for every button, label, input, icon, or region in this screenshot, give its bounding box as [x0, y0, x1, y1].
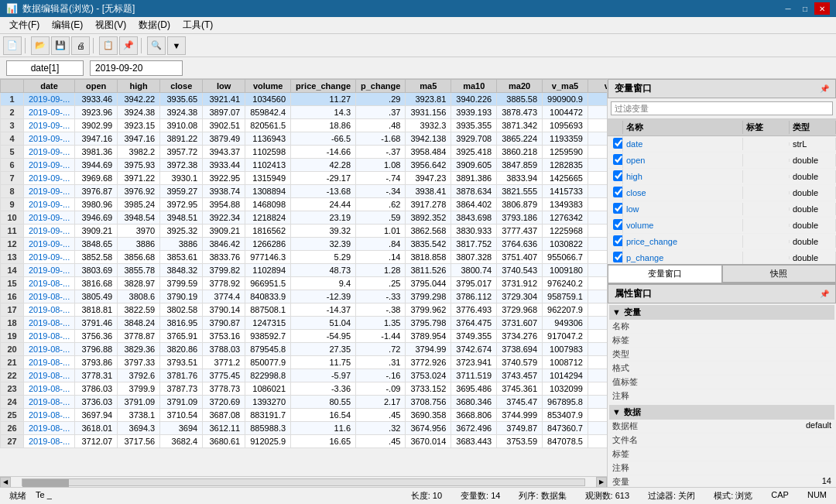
variable-checkbox[interactable]: [613, 170, 623, 181]
table-row[interactable]: 202019-08-...3796.883829.363820.863788.0…: [1, 343, 608, 356]
cell-date[interactable]: 2019-08-...: [24, 290, 75, 303]
table-row[interactable]: 252019-08-...3697.943738.13710.543687.08…: [1, 409, 608, 422]
menu-data[interactable]: 数据(D): [132, 17, 176, 33]
table-row[interactable]: 182019-08-...3791.463848.243816.953790.8…: [1, 317, 608, 330]
col-vma5[interactable]: v_ma5: [543, 80, 588, 93]
menu-file[interactable]: 文件(F): [3, 17, 46, 33]
variable-row[interactable]: price_changedouble: [608, 234, 836, 250]
table-row[interactable]: 192019-08-...3756.363778.873765.913753.1…: [1, 330, 608, 343]
variable-checkbox[interactable]: [613, 219, 623, 230]
attribute-window-pin[interactable]: 📌: [820, 290, 829, 298]
paste-button[interactable]: 📌: [119, 36, 138, 55]
col-volume[interactable]: volume: [245, 80, 291, 93]
cell-date[interactable]: 2019-08-...: [24, 343, 75, 356]
filter-button[interactable]: ▼: [167, 36, 186, 55]
variable-row[interactable]: highdouble: [608, 169, 836, 185]
table-row[interactable]: 262019-08-...3618.013694.336943612.11885…: [1, 422, 608, 435]
cell-date[interactable]: 2019-08-...: [24, 356, 75, 369]
table-row[interactable]: 272019-08-...3712.073717.563682.43680.61…: [1, 435, 608, 448]
print-button[interactable]: 🖨: [71, 36, 90, 55]
scroll-right[interactable]: ▶: [596, 477, 607, 488]
variable-checkbox[interactable]: [613, 187, 623, 197]
col-high[interactable]: high: [118, 80, 160, 93]
cell-date[interactable]: 2019-09-...: [24, 146, 75, 159]
table-row[interactable]: 232019-08-...3786.033799.93787.733778.73…: [1, 382, 608, 396]
cell-date[interactable]: 2019-08-...: [24, 382, 75, 396]
col-low[interactable]: low: [203, 80, 245, 93]
col-close[interactable]: close: [160, 80, 203, 93]
new-button[interactable]: 📄: [3, 36, 22, 55]
variable-name[interactable]: low: [623, 203, 743, 215]
cell-date[interactable]: 2019-08-...: [24, 330, 75, 343]
variable-checkbox[interactable]: [613, 252, 623, 262]
cell-date[interactable]: 2019-08-...: [24, 277, 75, 290]
scroll-track[interactable]: [22, 478, 585, 486]
tab-snapshot[interactable]: 快照: [722, 265, 837, 283]
col-v[interactable]: v_: [588, 80, 607, 93]
variable-name[interactable]: date: [623, 138, 743, 150]
table-row[interactable]: 42019-09-...3947.163947.163891.223879.49…: [1, 132, 608, 146]
col-p-change[interactable]: p_change: [356, 80, 406, 93]
table-row[interactable]: 22019-09-...3923.963924.383924.383897.07…: [1, 106, 608, 119]
col-ma5[interactable]: ma5: [406, 80, 451, 93]
cell-date[interactable]: 2019-09-...: [24, 106, 75, 119]
table-row[interactable]: 52019-09-...3981.363982.23957.723943.371…: [1, 146, 608, 159]
attr-section-data-header[interactable]: ▼ 数据: [609, 405, 834, 420]
cell-date[interactable]: 2019-09-...: [24, 211, 75, 225]
horizontal-scrollbar[interactable]: ◀ ▶: [0, 476, 607, 487]
cell-date[interactable]: 2019-09-...: [24, 264, 75, 277]
variable-checkbox[interactable]: [613, 138, 623, 149]
table-row[interactable]: 212019-08-...3793.863797.333793.513771.2…: [1, 356, 608, 369]
variable-filter-input[interactable]: [611, 101, 833, 115]
menu-tools[interactable]: 工具(T): [176, 17, 219, 33]
cell-date[interactable]: 2019-09-...: [24, 159, 75, 172]
cell-date[interactable]: 2019-08-...: [24, 435, 75, 448]
table-row[interactable]: 32019-09-...3902.993923.153910.083902.51…: [1, 119, 608, 132]
minimize-button[interactable]: ─: [780, 2, 796, 15]
table-row[interactable]: 92019-09-...3980.963985.243972.953954.88…: [1, 198, 608, 211]
cell-date[interactable]: 2019-08-...: [24, 422, 75, 435]
cell-date[interactable]: 2019-09-...: [24, 238, 75, 251]
variable-name[interactable]: high: [623, 170, 743, 183]
table-row[interactable]: 62019-09-...3944.693975.933972.383933.44…: [1, 159, 608, 172]
cell-date[interactable]: 2019-09-...: [24, 172, 75, 185]
cell-date[interactable]: 2019-09-...: [24, 185, 75, 198]
variable-window-pin[interactable]: 📌: [820, 84, 829, 93]
cell-date[interactable]: 2019-09-...: [24, 251, 75, 264]
variable-row[interactable]: opendouble: [608, 153, 836, 169]
menu-edit[interactable]: 编辑(E): [46, 17, 89, 33]
cell-date[interactable]: 2019-09-...: [24, 225, 75, 238]
variable-checkbox[interactable]: [613, 235, 623, 246]
variable-name[interactable]: p_change: [623, 252, 743, 264]
cell-date[interactable]: 2019-09-...: [24, 198, 75, 211]
col-ma20[interactable]: ma20: [497, 80, 543, 93]
table-row[interactable]: 102019-09-...3946.693948.543948.513922.3…: [1, 211, 608, 225]
attr-section-variable-header[interactable]: ▼ 变量: [609, 305, 834, 320]
col-open[interactable]: open: [75, 80, 118, 93]
open-button[interactable]: 📂: [31, 36, 50, 55]
maximize-button[interactable]: □: [797, 2, 813, 15]
scroll-left[interactable]: ◀: [0, 477, 11, 488]
col-price-change[interactable]: price_change: [291, 80, 356, 93]
close-button[interactable]: ✕: [814, 2, 830, 15]
cell-date[interactable]: 2019-09-...: [24, 132, 75, 146]
cell-date[interactable]: 2019-09-...: [24, 119, 75, 132]
copy-button[interactable]: 📋: [99, 36, 118, 55]
table-row[interactable]: 122019-09-...3848.65388638863846.4212662…: [1, 238, 608, 251]
filter-value[interactable]: 2019-09-20: [90, 60, 183, 76]
col-ma10[interactable]: ma10: [451, 80, 497, 93]
variable-row[interactable]: p_changedouble: [608, 250, 836, 264]
table-row[interactable]: 132019-09-...3852.583856.683853.613833.7…: [1, 251, 608, 264]
variable-checkbox[interactable]: [613, 154, 623, 165]
search-button[interactable]: 🔍: [147, 36, 166, 55]
variable-name[interactable]: open: [623, 154, 743, 166]
tab-variable-window[interactable]: 变量窗口: [608, 265, 722, 283]
table-row[interactable]: 112019-09-...3909.2139703925.323909.2118…: [1, 225, 608, 238]
table-row[interactable]: 242019-08-...3736.033791.093791.093720.6…: [1, 396, 608, 409]
table-row[interactable]: 162019-08-...3805.493808.63790.193774.48…: [1, 290, 608, 303]
table-row[interactable]: 12019-09-...3933.463942.223935.653921.41…: [1, 93, 608, 106]
table-row[interactable]: 142019-09-...3803.693855.783848.323799.8…: [1, 264, 608, 277]
table-container[interactable]: date open high close low volume price_ch…: [0, 79, 607, 476]
cell-date[interactable]: 2019-08-...: [24, 409, 75, 422]
table-row[interactable]: 172019-08-...3818.813822.593802.583790.1…: [1, 303, 608, 317]
